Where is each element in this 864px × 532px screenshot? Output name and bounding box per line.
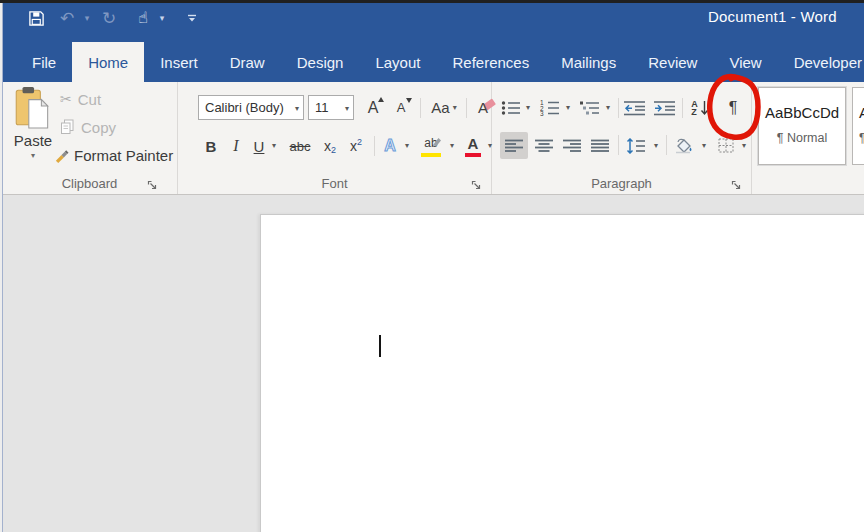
style-preview-text: AaBbCcDd <box>759 104 845 121</box>
paste-button[interactable]: Paste ▾ <box>8 86 58 170</box>
tab-design[interactable]: Design <box>281 42 360 82</box>
chevron-down-icon: ▾ <box>450 142 454 150</box>
divider <box>618 98 619 118</box>
font-size-value: 11 <box>315 100 329 115</box>
redo-button[interactable]: ↻ <box>98 7 120 29</box>
shading-dropdown[interactable]: ▾ <box>698 132 710 159</box>
align-left-button[interactable] <box>500 132 528 159</box>
document-page[interactable] <box>260 214 864 532</box>
style-card-normal[interactable]: AaBbCcDd ¶ Normal <box>758 87 846 165</box>
numbering-button[interactable]: 1 2 3 <box>538 95 562 120</box>
font-dialog-launcher[interactable] <box>471 177 483 189</box>
window-title: Document1 - Word <box>708 3 837 29</box>
tab-references[interactable]: References <box>436 42 545 82</box>
underline-button[interactable]: U <box>250 133 268 159</box>
font-name-combobox[interactable]: Calibri (Body) ▾ <box>198 95 304 120</box>
paste-label: Paste <box>14 132 52 149</box>
tab-file[interactable]: File <box>16 42 72 82</box>
paragraph-dialog-launcher[interactable] <box>731 177 743 189</box>
line-spacing-button[interactable] <box>622 132 650 159</box>
clear-formatting-letter: A <box>478 99 488 116</box>
align-left-icon <box>505 139 523 153</box>
chevron-down-icon: ▾ <box>526 104 530 112</box>
tab-view[interactable]: View <box>713 42 777 82</box>
sort-button[interactable]: AZ <box>686 95 714 120</box>
copy-button[interactable]: Copy <box>60 116 172 138</box>
tab-home[interactable]: Home <box>72 42 144 82</box>
clipboard-dialog-launcher[interactable] <box>147 177 159 189</box>
customize-qat-button[interactable] <box>184 7 200 29</box>
undo-dropdown[interactable]: ▾ <box>82 7 92 29</box>
font-group: Calibri (Body) ▾ 11 ▾ A A Aa ▾ A <box>178 82 492 194</box>
tab-draw[interactable]: Draw <box>214 42 281 82</box>
format-painter-button[interactable]: Format Painter <box>54 144 178 166</box>
borders-dropdown[interactable]: ▾ <box>738 132 750 159</box>
touch-mouse-mode-button[interactable]: ☝ <box>132 7 154 29</box>
cut-button[interactable]: ✂ Cut <box>60 88 172 110</box>
arrow-down-icon <box>406 98 412 103</box>
undo-button[interactable]: ↶ <box>56 7 78 29</box>
font-group-label: Font <box>178 176 491 191</box>
bullets-button[interactable] <box>500 95 522 120</box>
chevron-down-icon: ▾ <box>295 105 299 113</box>
bold-button[interactable]: B <box>200 133 222 159</box>
divider <box>466 98 467 118</box>
customize-qat-icon <box>186 12 198 24</box>
text-effects-dropdown[interactable]: ▾ <box>401 133 413 159</box>
justify-button[interactable] <box>586 132 614 159</box>
change-case-button[interactable]: Aa ▾ <box>426 95 462 120</box>
document-canvas[interactable] <box>0 195 864 532</box>
tab-developer[interactable]: Developer <box>778 42 864 82</box>
change-case-letters: Aa <box>431 99 449 116</box>
chevron-down-icon: ▾ <box>566 104 570 112</box>
paste-dropdown-arrow-icon[interactable]: ▾ <box>31 152 35 160</box>
underline-dropdown[interactable]: ▾ <box>268 133 280 159</box>
tab-mailings[interactable]: Mailings <box>545 42 632 82</box>
multilevel-list-button[interactable] <box>578 95 602 120</box>
multilevel-list-dropdown[interactable]: ▾ <box>602 95 614 120</box>
superscript-base: x <box>350 138 357 154</box>
subscript-button[interactable]: x 2 <box>318 133 342 159</box>
show-hide-formatting-marks-button[interactable]: ¶ <box>720 95 746 120</box>
italic-button[interactable]: I <box>226 133 246 159</box>
align-right-button[interactable] <box>558 132 586 159</box>
highlight-dropdown[interactable]: ▾ <box>446 133 458 159</box>
shrink-font-button[interactable]: A <box>388 95 414 120</box>
tab-layout[interactable]: Layout <box>359 42 436 82</box>
chevron-down-icon: ▾ <box>654 142 658 150</box>
arrow-up-icon <box>378 97 384 102</box>
save-button[interactable] <box>26 7 46 29</box>
touch-mode-icon: ☝ <box>138 10 148 26</box>
touch-mode-dropdown[interactable]: ▾ <box>157 7 167 29</box>
borders-button[interactable] <box>714 132 738 159</box>
decrease-indent-button[interactable] <box>622 95 648 120</box>
sort-letters: AZ <box>691 100 698 116</box>
tab-review[interactable]: Review <box>632 42 713 82</box>
save-icon <box>28 10 45 27</box>
superscript-button[interactable]: x 2 <box>344 133 368 159</box>
font-size-combobox[interactable]: 11 ▾ <box>308 95 354 120</box>
superscript-exponent: 2 <box>357 137 362 147</box>
tab-insert[interactable]: Insert <box>144 42 214 82</box>
font-color-bar <box>465 153 481 157</box>
grow-font-button[interactable]: A <box>360 95 386 120</box>
align-center-button[interactable] <box>530 132 558 159</box>
sort-arrow-icon <box>700 100 709 116</box>
shading-bucket-icon <box>674 137 694 154</box>
chevron-down-icon: ▾ <box>85 13 90 23</box>
increase-indent-button[interactable] <box>652 95 678 120</box>
bullets-dropdown[interactable]: ▾ <box>522 95 534 120</box>
font-color-button[interactable]: A <box>462 133 484 159</box>
strikethrough-button[interactable]: abc <box>284 133 316 159</box>
text-effects-button[interactable]: A <box>379 133 401 159</box>
shading-button[interactable] <box>670 132 698 159</box>
clipboard-group: Paste ▾ ✂ Cut Copy <box>2 82 178 194</box>
line-spacing-dropdown[interactable]: ▾ <box>650 132 662 159</box>
style-card-partial[interactable]: A ¶ <box>852 87 864 165</box>
dialog-launcher-icon <box>731 180 742 191</box>
format-painter-icon <box>54 148 69 163</box>
numbering-dropdown[interactable]: ▾ <box>562 95 574 120</box>
paragraph-group: ▾ 1 2 3 ▾ ▾ <box>492 82 752 194</box>
highlight-color-button[interactable]: ab <box>418 133 444 159</box>
divider <box>682 98 683 118</box>
